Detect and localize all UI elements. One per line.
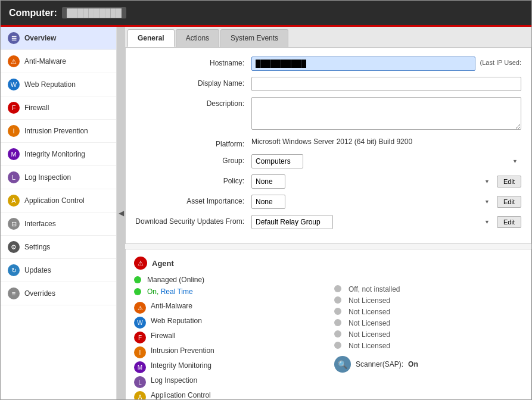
status-loginspection-dot — [334, 330, 341, 338]
group-row: Group: Computers — [135, 154, 521, 168]
tab-general[interactable]: General — [127, 29, 175, 47]
sidebar-label-updates: Updates — [24, 266, 51, 274]
asset-importance-label: Asset Importance: — [135, 195, 251, 205]
status-integrity-value: Not Licensed — [349, 319, 390, 327]
policy-select[interactable]: None — [251, 174, 285, 189]
hostname-label: Hostname: — [135, 57, 251, 67]
sidebar-label-overrides: Overrides — [24, 289, 55, 298]
asset-importance-select[interactable]: None — [251, 195, 285, 209]
sidebar-item-log-inspection[interactable]: L Log Inspection — [1, 166, 116, 189]
sidebar-collapse-button[interactable]: ◀ — [117, 27, 125, 399]
sidebar-label-log-inspection: Log Inspection — [24, 173, 71, 182]
realtime-value: On, Real Time — [147, 288, 193, 296]
summary-integrity-icon: M — [134, 361, 146, 373]
status-intrusion-dot — [334, 308, 341, 315]
agent-title: Agent — [152, 259, 174, 268]
asset-importance-field-wrapper: None Edit — [251, 195, 521, 209]
summary-webreputation-label: Web Reputation — [151, 317, 234, 329]
appcontrol-icon: A — [8, 195, 20, 207]
summary-firewall: F Firewall — [134, 332, 322, 343]
managed-status-row: Managed (Online) — [134, 276, 322, 284]
description-textarea[interactable] — [251, 97, 521, 130]
description-row: Description: — [135, 97, 521, 132]
scanner-value: On — [408, 360, 418, 368]
display-name-field-wrapper — [251, 77, 521, 91]
sidebar-label-application-control: Application Control — [24, 196, 85, 205]
summary-appcontrol: A Application Control — [134, 391, 322, 399]
summary-webreputation-icon: W — [134, 317, 146, 329]
sidebar-item-firewall[interactable]: F Firewall — [1, 96, 116, 120]
loginspection-icon: L — [8, 171, 20, 183]
hostname-field-wrapper — [251, 57, 475, 71]
group-label: Group: — [135, 154, 251, 165]
asset-importance-row: Asset Importance: None Edit — [135, 195, 521, 209]
sidebar-label-overview: Overview — [24, 34, 56, 42]
display-name-input[interactable] — [251, 77, 521, 91]
summary-webreputation: W Web Reputation — [134, 317, 322, 329]
scanner-icon: 🔍 — [334, 356, 351, 373]
hostname-input[interactable] — [251, 57, 475, 71]
summary-intrusion-icon: I — [134, 346, 146, 358]
status-intrusion-row: Not Licensed — [334, 308, 522, 316]
status-antimalware-dot — [334, 285, 341, 292]
status-appcontrol-value: Not Licensed — [349, 342, 390, 350]
download-select[interactable]: Default Relay Group — [251, 215, 333, 229]
updates-icon: ↻ — [8, 264, 20, 276]
sidebar-item-updates[interactable]: ↻ Updates — [1, 259, 116, 282]
status-firewall-row: Not Licensed — [334, 296, 522, 305]
managed-label: Managed (Online) — [147, 276, 204, 284]
group-select[interactable]: Computers — [251, 154, 303, 168]
status-integrity-row: Not Licensed — [334, 319, 522, 327]
realtime-status-row: On, Real Time — [134, 288, 322, 296]
overrides-icon: ≡ — [8, 288, 20, 299]
scanner-label: Scanner(SAP): — [356, 360, 403, 368]
platform-row: Platform: Microsoft Windows Server 2012 … — [135, 138, 521, 148]
sidebar-label-anti-malware: Anti-Malware — [24, 57, 66, 65]
sidebar-item-overview[interactable]: ☰ Overview — [1, 27, 116, 50]
display-name-row: Display Name: — [135, 77, 521, 91]
realtime-link[interactable]: Real Time — [161, 288, 193, 296]
sidebar-item-settings[interactable]: ⚙ Settings — [1, 236, 116, 259]
status-appcontrol-row: Not Licensed — [334, 342, 522, 350]
summary-loginspection-label: Log Inspection — [151, 376, 234, 388]
firewall-icon: F — [8, 102, 20, 114]
policy-row: Policy: None Edit — [135, 174, 521, 189]
status-values-panel: Off, not installed Not Licensed Not Lice… — [334, 257, 522, 399]
intrusion-icon: I — [8, 125, 20, 137]
status-web-rep-value: Off, not installed — [349, 285, 400, 293]
display-name-label: Display Name: — [135, 77, 251, 88]
summary-antimalware-icon: ⚠ — [134, 302, 146, 314]
sidebar-item-application-control[interactable]: A Application Control — [1, 189, 116, 212]
sidebar-label-web-reputation: Web Reputation — [24, 80, 76, 89]
header-label: Computer: — [9, 8, 57, 18]
tab-system-events[interactable]: System Events — [220, 29, 288, 47]
sidebar: ☰ Overview ⚠ Anti-Malware W Web Reputati… — [1, 27, 117, 399]
tab-actions[interactable]: Actions — [176, 29, 219, 47]
sidebar-item-anti-malware[interactable]: ⚠ Anti-Malware — [1, 50, 116, 73]
sidebar-item-web-reputation[interactable]: W Web Reputation — [1, 73, 116, 96]
sidebar-item-overrides[interactable]: ≡ Overrides — [1, 282, 116, 305]
summary-intrusion: I Intrusion Prevention — [134, 346, 322, 358]
sidebar-item-integrity-monitoring[interactable]: M Integrity Monitoring — [1, 143, 116, 166]
header-hostname: ██████████ — [62, 7, 126, 18]
sidebar-item-interfaces[interactable]: ⊟ Interfaces — [1, 212, 116, 236]
asset-importance-edit-button[interactable]: Edit — [497, 196, 521, 208]
realtime-dot — [134, 288, 141, 295]
last-ip-label: (Last IP Used: — [475, 57, 522, 66]
summary-appcontrol-icon: A — [134, 391, 146, 399]
tab-bar: General Actions System Events — [125, 27, 531, 48]
scanner-row: 🔍 Scanner(SAP): On — [334, 356, 522, 373]
sidebar-item-intrusion-prevention[interactable]: I Intrusion Prevention — [1, 120, 116, 143]
webreputation-icon: W — [8, 79, 20, 90]
summary-intrusion-label: Intrusion Prevention — [151, 346, 234, 358]
description-field-wrapper — [251, 97, 521, 132]
platform-value: Microsoft Windows Server 2012 (64 bit) B… — [251, 136, 412, 146]
download-edit-button[interactable]: Edit — [497, 216, 521, 228]
summary-loginspection: L Log Inspection — [134, 376, 322, 388]
policy-edit-button[interactable]: Edit — [497, 176, 521, 188]
summary-list: ⚠ Anti-Malware W Web Reputation F Firewa… — [134, 302, 322, 399]
content-area: General Actions System Events Hostname: … — [125, 27, 531, 399]
summary-integrity-label: Integrity Monitoring — [151, 361, 234, 373]
overview-icon: ☰ — [8, 32, 20, 44]
summary-integrity: M Integrity Monitoring — [134, 361, 322, 373]
